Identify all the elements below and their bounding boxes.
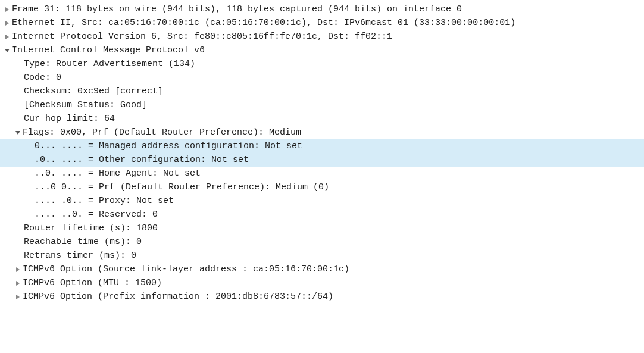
chevron-down-icon[interactable]: [2, 48, 12, 54]
field-flag-home[interactable]: ..0. .... = Home Agent: Not set: [0, 167, 644, 180]
reachable-time-value: Reachable time (ms): 0: [24, 235, 142, 249]
flag-other-value: .0.. .... = Other configuration: Not set: [35, 153, 249, 167]
field-cur-hop[interactable]: Cur hop limit: 64: [0, 112, 644, 126]
field-flag-proxy[interactable]: .... .0.. = Proxy: Not set: [0, 194, 644, 208]
cur-hop-value: Cur hop limit: 64: [24, 112, 115, 126]
chevron-right-icon[interactable]: [2, 34, 12, 40]
checksum-status-value: [Checksum Status: Good]: [24, 98, 147, 112]
field-type[interactable]: Type: Router Advertisement (134): [0, 57, 644, 71]
tree-row-frame[interactable]: Frame 31: 118 bytes on wire (944 bits), …: [0, 2, 644, 16]
icmpv6-summary: Internet Control Message Protocol v6: [12, 43, 205, 57]
chevron-right-icon[interactable]: [2, 7, 12, 13]
tree-row-ipv6[interactable]: Internet Protocol Version 6, Src: fe80::…: [0, 30, 644, 43]
field-flag-reserved[interactable]: .... ..0. = Reserved: 0: [0, 208, 644, 221]
checksum-value: Checksum: 0xc9ed [correct]: [24, 85, 163, 98]
flag-prf-value: ...0 0... = Prf (Default Router Preferen…: [35, 180, 329, 194]
field-code[interactable]: Code: 0: [0, 71, 644, 85]
flag-reserved-value: .... ..0. = Reserved: 0: [35, 208, 158, 221]
tree-row-opt-prefix[interactable]: ICMPv6 Option (Prefix information : 2001…: [0, 290, 644, 304]
ipv6-summary: Internet Protocol Version 6, Src: fe80::…: [12, 30, 392, 43]
chevron-right-icon[interactable]: [13, 280, 23, 286]
ethernet-summary: Ethernet II, Src: ca:05:16:70:00:1c (ca:…: [12, 16, 515, 30]
tree-row-ethernet[interactable]: Ethernet II, Src: ca:05:16:70:00:1c (ca:…: [0, 16, 644, 30]
field-retrans-timer[interactable]: Retrans timer (ms): 0: [0, 249, 644, 263]
field-flag-managed[interactable]: 0... .... = Managed address configuratio…: [0, 139, 644, 153]
field-flag-prf[interactable]: ...0 0... = Prf (Default Router Preferen…: [0, 180, 644, 194]
chevron-down-icon[interactable]: [13, 130, 23, 136]
retrans-timer-value: Retrans timer (ms): 0: [24, 249, 136, 263]
tree-row-opt-src-ll[interactable]: ICMPv6 Option (Source link-layer address…: [0, 263, 644, 276]
opt-src-ll-value: ICMPv6 Option (Source link-layer address…: [23, 263, 349, 276]
chevron-right-icon[interactable]: [13, 267, 23, 273]
router-lifetime-value: Router lifetime (s): 1800: [24, 221, 158, 235]
tree-row-icmpv6[interactable]: Internet Control Message Protocol v6: [0, 43, 644, 57]
chevron-right-icon[interactable]: [2, 20, 12, 26]
packet-details-pane: Frame 31: 118 bytes on wire (944 bits), …: [0, 0, 644, 304]
flag-proxy-value: .... .0.. = Proxy: Not set: [35, 194, 174, 208]
field-router-lifetime[interactable]: Router lifetime (s): 1800: [0, 221, 644, 235]
code-value: Code: 0: [24, 71, 61, 85]
type-value: Type: Router Advertisement (134): [24, 57, 195, 71]
chevron-right-icon[interactable]: [13, 294, 23, 300]
field-reachable-time[interactable]: Reachable time (ms): 0: [0, 235, 644, 249]
field-checksum[interactable]: Checksum: 0xc9ed [correct]: [0, 85, 644, 98]
opt-mtu-value: ICMPv6 Option (MTU : 1500): [23, 276, 162, 290]
flags-summary: Flags: 0x00, Prf (Default Router Prefere…: [23, 126, 301, 139]
tree-row-flags[interactable]: Flags: 0x00, Prf (Default Router Prefere…: [0, 126, 644, 139]
opt-prefix-value: ICMPv6 Option (Prefix information : 2001…: [23, 290, 333, 304]
tree-row-opt-mtu[interactable]: ICMPv6 Option (MTU : 1500): [0, 276, 644, 290]
flag-managed-value: 0... .... = Managed address configuratio…: [35, 139, 302, 153]
flag-home-value: ..0. .... = Home Agent: Not set: [35, 167, 201, 180]
field-flag-other[interactable]: .0.. .... = Other configuration: Not set: [0, 153, 644, 167]
field-checksum-status[interactable]: [Checksum Status: Good]: [0, 98, 644, 112]
frame-summary: Frame 31: 118 bytes on wire (944 bits), …: [12, 2, 462, 16]
